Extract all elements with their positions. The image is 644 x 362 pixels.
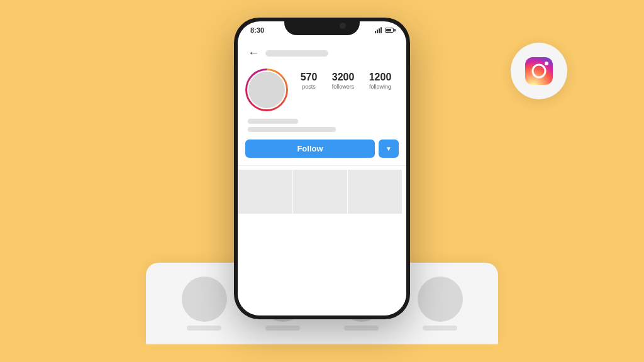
- signal-bar-2: [377, 30, 378, 33]
- follow-button[interactable]: Follow: [245, 140, 375, 158]
- grid-row: [238, 170, 406, 214]
- bottom-line-2: [265, 326, 300, 331]
- signal-bar-4: [380, 27, 382, 33]
- following-count: 1200: [369, 71, 392, 83]
- chevron-down-icon: ▼: [386, 145, 392, 152]
- followers-count: 3200: [332, 71, 355, 83]
- bottom-line-3: [344, 326, 379, 331]
- phone: 8:30 ←: [234, 18, 410, 319]
- grid-item-2[interactable]: [293, 170, 347, 214]
- scene: 8:30 ←: [96, 18, 548, 344]
- stat-posts: 570 posts: [301, 71, 318, 90]
- phone-screen: 8:30 ←: [238, 21, 406, 315]
- dropdown-button[interactable]: ▼: [379, 140, 399, 158]
- stat-following: 1200 following: [369, 71, 392, 90]
- post-grid: [238, 165, 406, 217]
- avatar-container: [245, 69, 288, 111]
- svg-rect-0: [525, 57, 553, 85]
- avatar[interactable]: [247, 70, 286, 109]
- bio-section: [238, 116, 406, 134]
- instagram-logo-icon: [523, 55, 555, 87]
- grid-item-3[interactable]: [348, 170, 402, 214]
- signal-icon: [375, 27, 382, 33]
- bottom-item-1: [182, 277, 227, 331]
- posts-count: 570: [301, 71, 318, 83]
- bottom-circle-1: [182, 277, 227, 322]
- following-label: following: [369, 84, 391, 90]
- stats-container: 570 posts 3200 followers 1200 following: [293, 69, 399, 90]
- grid-item-1[interactable]: [238, 170, 292, 214]
- bottom-line-1: [187, 326, 221, 331]
- svg-point-2: [545, 62, 548, 65]
- action-row: Follow ▼: [238, 134, 406, 160]
- status-icons: [375, 27, 394, 33]
- signal-bar-1: [375, 31, 376, 33]
- instagram-badge: [511, 43, 567, 99]
- bottom-line-4: [423, 326, 457, 331]
- username-placeholder: [265, 50, 328, 57]
- profile-content: ← 570 posts: [238, 40, 406, 315]
- status-time: 8:30: [250, 26, 264, 34]
- bottom-item-4: [418, 277, 463, 331]
- phone-camera: [340, 23, 346, 29]
- posts-label: posts: [302, 84, 316, 90]
- back-arrow-icon[interactable]: ←: [248, 47, 259, 60]
- bio-name-placeholder: [248, 119, 298, 124]
- profile-header: ←: [238, 40, 406, 63]
- profile-stats-row: 570 posts 3200 followers 1200 following: [238, 63, 406, 116]
- phone-notch: [284, 18, 360, 35]
- battery-icon: [385, 28, 394, 33]
- signal-bar-3: [379, 28, 380, 33]
- bio-text-placeholder: [248, 127, 336, 132]
- bottom-circle-4: [418, 277, 463, 322]
- stat-followers: 3200 followers: [332, 71, 355, 90]
- avatar-ring: [245, 69, 288, 111]
- battery-fill: [386, 29, 391, 31]
- followers-label: followers: [332, 84, 355, 90]
